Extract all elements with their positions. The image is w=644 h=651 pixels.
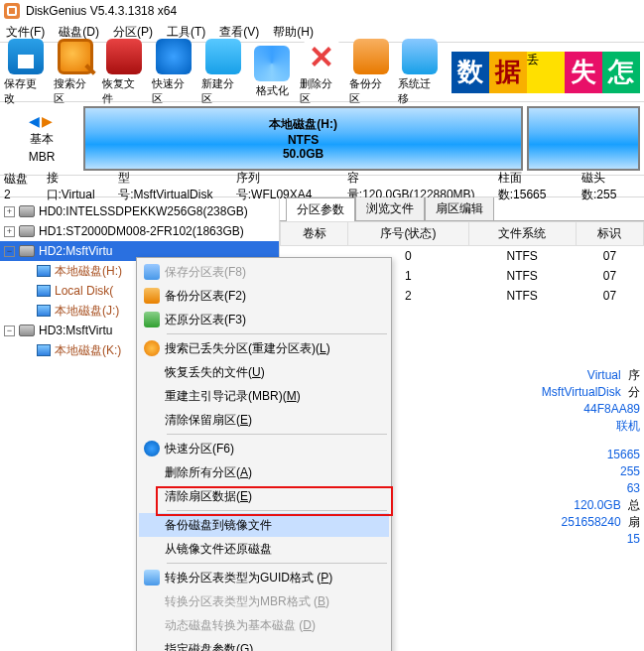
banner: 数 据 丢 失 怎 [451,52,640,93]
tree-label: 本地磁盘(J:) [55,303,119,320]
ctx-dynamic-to-basic: 动态磁盘转换为基本磁盘 (D) [139,613,389,637]
tree-label: HD3:MsftVirtu [39,324,112,337]
search-partition-button[interactable]: 搜索分区 [54,39,97,106]
format-label: 格式化 [256,83,289,98]
tree-label: 本地磁盘(H:) [55,263,122,280]
context-menu: 保存分区表(F8) 备份分区表(F2) 还原分区表(F3) 搜索已丢失分区(重建… [136,257,392,651]
disk-icon [19,325,35,336]
ctx-recover-lost-files[interactable]: 恢复丢失的文件(U) [139,360,389,384]
ctx-label: 保存分区表(F8) [165,264,381,281]
tree-hd1[interactable]: +HD1:ST2000DM008-2FR102(1863GB) [0,221,279,241]
prop-value: 44F8AA89 [583,402,640,416]
save-icon [144,264,160,280]
disk-info-bar: 磁盘2 接口:Virtual 型号:MsftVirtualDisk 序列号:WF… [0,176,644,197]
new-partition-button[interactable]: 新建分区 [201,39,245,106]
collapse-icon[interactable]: − [4,246,15,257]
tab-sector-edit[interactable]: 扇区编辑 [425,197,494,220]
prop-label: 分 [628,385,640,399]
ctx-restore-partition-table[interactable]: 还原分区表(F3) [139,308,389,331]
banner-char-2: 据 [489,52,527,93]
col-volume[interactable]: 卷标 [281,222,348,246]
ctx-rebuild-mbr[interactable]: 重建主引导记录(MBR)(M) [139,384,389,408]
cell: NTFS [468,246,576,267]
partition-icon [37,285,51,297]
backup-partition-button[interactable]: 备份分区 [349,39,393,106]
prop-value: 251658240 [562,515,621,529]
ctx-backup-partition-table[interactable]: 备份分区表(F2) [139,284,389,308]
format-icon [254,46,290,81]
col-id[interactable]: 标识 [576,222,643,246]
search-icon [58,39,93,74]
quick-partition-button[interactable]: 快速分区 [152,39,195,106]
ctx-erase-sector-data[interactable]: 清除扇区数据(E) [139,484,389,508]
volume-block-2[interactable] [527,106,640,171]
tree-hd0[interactable]: +HD0:INTELSSDPEKKW256G8(238GB) [0,201,279,221]
expand-icon[interactable]: + [4,226,15,237]
banner-char-3: 丢 [527,52,565,93]
backup-label: 备份分区 [349,76,393,106]
save-button[interactable]: 保存更改 [4,39,48,106]
ctx-label: 快速分区(F6) [165,441,381,457]
disk-nav: ◀▶ 基本 MBR [0,102,83,175]
new-icon [205,39,241,74]
ctx-label: 动态磁盘转换为基本磁盘 (D) [165,617,381,634]
volume-name: 本地磁盘(H:) [269,116,337,133]
separator [167,333,387,334]
col-filesystem[interactable]: 文件系统 [468,222,576,246]
migrate-icon [402,39,438,74]
recover-icon [106,39,142,74]
recover-files-button[interactable]: 恢复文件 [102,39,146,106]
ctx-label: 还原分区表(F3) [165,312,381,328]
recover-label: 恢复文件 [102,76,146,106]
delete-partition-button[interactable]: 删除分区 [300,39,343,106]
ctx-search-lost-partition[interactable]: 搜索已丢失分区(重建分区表)(L) [139,336,389,360]
banner-char-4: 失 [565,52,602,93]
search-label: 搜索分区 [54,76,97,106]
collapse-icon[interactable]: − [4,326,15,336]
col-serial[interactable]: 序号(状态) [348,222,468,246]
tree-label: 本地磁盘(K:) [55,342,121,359]
ctx-label: 转换分区表类型为MBR格式 (B) [165,593,381,610]
tab-partition-params[interactable]: 分区参数 [286,197,355,221]
ctx-backup-disk-to-image[interactable]: 备份磁盘到镜像文件 [139,513,389,537]
tabs: 分区参数 浏览文件 扇区编辑 [280,197,644,221]
banner-char-5: 怎 [602,52,640,93]
ctx-label: 指定磁盘参数(G) [165,641,381,652]
app-icon [4,3,20,19]
cell: 07 [576,246,643,267]
volume-block[interactable]: 本地磁盘(H:) NTFS 50.0GB [83,106,523,171]
ctx-label: 重建主引导记录(MBR)(M) [165,388,381,405]
tree-label: HD2:MsftVirtu [39,244,112,258]
tab-browse-files[interactable]: 浏览文件 [355,197,425,220]
expand-icon[interactable]: + [4,206,15,217]
disk-nav-arrows[interactable]: ◀▶ [29,113,55,129]
ctx-restore-disk-from-image[interactable]: 从镜像文件还原磁盘 [139,537,389,561]
migrate-label: 系统迁移 [398,76,442,106]
delete-label: 删除分区 [300,76,343,106]
cell: 07 [576,286,643,306]
disk-properties: Virtual 序 MsftVirtualDisk 分 44F8AA89 联机 … [542,367,640,548]
disk-type-label: 基本 [30,131,54,148]
quick-icon [144,441,160,456]
separator [167,434,387,435]
ctx-quick-partition[interactable]: 快速分区(F6) [139,437,389,460]
disk-mbr-label: MBR [29,150,56,164]
backup-icon [353,39,389,74]
format-button[interactable]: 格式化 [250,46,294,98]
prop-label: 序 [628,368,640,382]
volume-size: 50.0GB [283,147,323,161]
ctx-label: 转换分区表类型为GUID格式 (P) [165,570,381,586]
prop-value: 15 [627,532,640,546]
prop-value: 15665 [607,448,640,461]
ctx-label: 清除保留扇区(E) [165,412,381,429]
migrate-system-button[interactable]: 系统迁移 [398,39,442,106]
quick-icon [156,39,192,74]
ctx-clear-reserved-sectors[interactable]: 清除保留扇区(E) [139,408,389,432]
ctx-set-disk-params[interactable]: 指定磁盘参数(G) [139,637,389,651]
ctx-delete-all-partitions[interactable]: 删除所有分区(A) [139,460,389,484]
prop-value: Virtual [587,368,621,382]
ctx-convert-to-guid[interactable]: 转换分区表类型为GUID格式 (P) [139,566,389,589]
prop-label: 扇 [628,515,640,529]
partition-icon [37,344,51,356]
tree-label: Local Disk( [55,284,113,298]
